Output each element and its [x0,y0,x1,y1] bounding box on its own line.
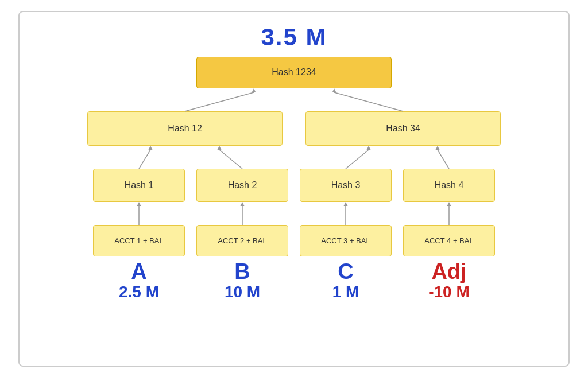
anno-c-value: 1 M [332,283,359,301]
annotation-a: A 2.5 M [93,260,185,302]
root-hash-box: Hash 1234 [196,57,392,88]
annotation-c: C 1 M [300,260,392,302]
level2-hash34-box: Hash 34 [305,111,501,146]
leaf2-label: ACCT 2 + BAL [218,236,266,245]
level2-hash34-label: Hash 34 [386,123,420,134]
annotations-row: A 2.5 M B 10 M C 1 M Adj -10 M [31,260,557,302]
leaf3-label: ACCT 3 + BAL [321,236,370,245]
level2-row: Hash 12 Hash 34 [31,111,557,146]
anno-adj-letter: Adj [431,260,466,284]
level2-hash12-label: Hash 12 [168,123,202,134]
level3-hash3-box: Hash 3 [300,169,392,202]
anno-b-value: 10 M [225,283,260,301]
leaf1-box: ACCT 1 + BAL [93,225,185,256]
level4-row: ACCT 1 + BAL ACCT 2 + BAL ACCT 3 + BAL A… [31,225,557,256]
level3-hash4-box: Hash 4 [403,169,495,202]
leaf4-box: ACCT 4 + BAL [403,225,495,256]
annotation-b: B 10 M [196,260,288,302]
anno-a-letter: A [131,260,146,284]
leaf4-label: ACCT 4 + BAL [424,236,473,245]
top-label: 3.5 M [261,24,327,51]
spacer-2 [31,146,557,169]
spacer-3 [31,202,557,225]
anno-a-value: 2.5 M [119,283,159,301]
leaf1-label: ACCT 1 + BAL [114,236,163,245]
leaf3-box: ACCT 3 + BAL [300,225,392,256]
level3-hash3-label: Hash 3 [331,180,361,191]
merkle-tree: Hash 1234 Hash 12 Hash 34 Hash 1 Hash 2 [31,57,557,360]
level3-hash2-label: Hash 2 [228,180,257,191]
leaf2-box: ACCT 2 + BAL [196,225,288,256]
level3-row: Hash 1 Hash 2 Hash 3 Hash 4 [31,169,557,202]
level3-hash1-box: Hash 1 [93,169,185,202]
anno-c-letter: C [338,260,353,284]
level3-hash1-label: Hash 1 [125,180,154,191]
diagram-container: 3.5 M Hash 1234 Hash 12 Hash 34 [18,11,570,367]
spacer-1 [31,88,557,111]
root-hash-label: Hash 1234 [272,67,316,77]
level3-hash4-label: Hash 4 [435,180,464,191]
level3-hash2-box: Hash 2 [196,169,288,202]
anno-adj-value: -10 M [428,283,470,301]
anno-b-letter: B [234,260,250,284]
level2-hash12-box: Hash 12 [87,111,283,146]
root-row: Hash 1234 [31,57,557,88]
annotation-adj: Adj -10 M [403,260,495,302]
